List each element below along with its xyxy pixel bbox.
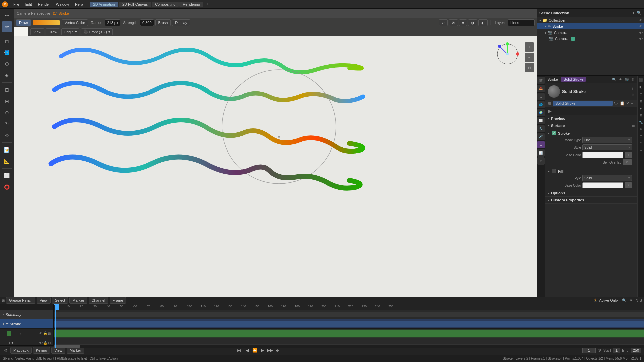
mat-play-btn[interactable]: ▶ (548, 108, 552, 114)
tl-select-btn[interactable]: Select (52, 297, 68, 304)
timeline-frames[interactable]: 1 10 20 30 40 50 60 70 80 90 100 110 120… (54, 304, 644, 348)
tl-grease-pencil-btn[interactable]: Grease Pencil (6, 297, 35, 304)
radius-value[interactable]: 213 px (105, 19, 120, 26)
mat-more-btn[interactable]: ⋯ (631, 101, 635, 106)
tool-annotate[interactable]: 📝 (2, 144, 12, 155)
viewport-gizmo[interactable] (496, 42, 519, 66)
solid-stroke-nav-btn[interactable]: Solid Stroke (561, 77, 586, 82)
layer-value[interactable]: Lines (508, 19, 535, 26)
props-tab-material[interactable]: ⬡ (537, 141, 545, 148)
menu-help[interactable]: Help (72, 2, 86, 7)
tool-draw[interactable]: ✏ (2, 21, 12, 32)
rpi-mod[interactable]: 🔧 (638, 119, 644, 125)
marker-btn-bottom[interactable]: Marker (67, 347, 84, 354)
tl-summary-btn[interactable]: S (640, 298, 642, 302)
draw-btn[interactable]: Draw (46, 28, 60, 35)
tl-search-btn[interactable]: 🔍 (622, 298, 627, 303)
fill-enabled-check[interactable] (552, 169, 556, 173)
menu-edit[interactable]: Edit (23, 2, 35, 7)
props-tab-world[interactable]: 🌍 (537, 109, 545, 116)
tab-rendering[interactable]: Rendering (179, 2, 203, 7)
tl-collapse-btn[interactable]: ⊞ (2, 299, 5, 302)
start-value[interactable]: 1 (613, 347, 620, 353)
mode-type-value[interactable]: Line ▾ (582, 137, 632, 143)
fill-style-value[interactable]: Solid ▾ (582, 175, 632, 181)
tab-compositing[interactable]: Compositing (152, 2, 179, 7)
zoom-in-btn[interactable]: + (525, 42, 534, 52)
props-tab-output[interactable]: 📤 (537, 85, 545, 92)
rpi-shader[interactable]: ⊕ (638, 126, 644, 132)
tool-move[interactable]: ⊕ (2, 107, 12, 118)
rpi-mat[interactable]: ⬡ (638, 133, 644, 139)
mat-settings-btn[interactable]: ⚙ (631, 78, 635, 81)
mat-copy-btn[interactable]: 📋 (620, 101, 625, 106)
fills-onion-btn[interactable]: ⊡ (48, 341, 51, 345)
go-start-btn[interactable]: ⏮ (236, 347, 243, 354)
stroke-eye[interactable]: 👁 (639, 25, 643, 28)
play-btn[interactable]: ▶ (259, 347, 266, 354)
canvas-viewport[interactable] (14, 36, 537, 297)
props-tab-data[interactable]: 📊 (537, 149, 545, 157)
tool-scale[interactable]: ⊗ (2, 130, 12, 141)
tl-channel-btn[interactable]: Channel (89, 297, 108, 304)
stroke-base-color-value[interactable] (582, 152, 623, 158)
menu-window[interactable]: Window (53, 2, 72, 7)
brush-btn[interactable]: Brush (155, 19, 171, 26)
active-only-icon[interactable]: 🏃 (593, 298, 598, 303)
add-material-btn[interactable]: + (631, 86, 635, 92)
stroke-style-value[interactable]: Solid ▾ (582, 144, 632, 150)
props-tab-render[interactable]: 🎬 (537, 77, 545, 84)
stroke-nav-btn[interactable]: Stroke (547, 77, 558, 81)
camera-eye[interactable]: 👁 (639, 37, 643, 41)
tab-2d-full-canvas[interactable]: 2D Full Canvas (119, 2, 151, 7)
timeline-scrollbar[interactable] (54, 344, 644, 348)
props-tab-object-data[interactable]: ✏ (537, 157, 545, 165)
tl-filter-btn[interactable]: ▼ (629, 298, 633, 302)
shading-solid[interactable]: ● (459, 19, 467, 26)
surface-section-header[interactable]: ▾ Surface ☰ ⊞ (545, 122, 637, 129)
tool-vertex-paint[interactable]: ◈ (2, 70, 12, 81)
lines-eye-btn[interactable]: 👁 (39, 331, 43, 335)
rpi-obj[interactable]: ⊞ (638, 112, 644, 118)
overlay-toggle[interactable]: ⊙ (439, 19, 448, 26)
display-btn[interactable]: Display (172, 19, 190, 26)
mat-delete-btn[interactable]: ✕ (626, 101, 629, 106)
props-tab-modifier[interactable]: 🔧 (537, 125, 545, 132)
go-end-btn[interactable]: ⏭ (274, 347, 281, 354)
keying-btn[interactable]: Keying (33, 347, 50, 354)
tl-marker-btn[interactable]: Marker (69, 297, 87, 304)
options-section-header[interactable]: ▸ Options (545, 190, 637, 197)
tl-normalise-btn[interactable]: N (636, 298, 638, 302)
rpi-vl[interactable]: ⊟ (638, 98, 644, 104)
rpi-output[interactable]: ⬡ (638, 91, 644, 97)
tool-fill[interactable]: 🪣 (2, 47, 12, 58)
tool-square[interactable]: ⬜ (2, 170, 12, 181)
tool-erase[interactable]: ◻ (2, 36, 12, 47)
lines-onion-btn[interactable]: ⊡ (48, 331, 51, 335)
next-frame-btn[interactable]: ▶▶ (267, 347, 273, 354)
view-axis-select[interactable]: 🎥 Front (X:Z) ▾ (81, 28, 113, 35)
fill-color-toggle[interactable]: + (625, 182, 632, 188)
mat-eye-btn[interactable]: 👁 (618, 78, 623, 81)
menu-render[interactable]: Render (35, 2, 53, 7)
tool-select[interactable]: ⊡ (2, 84, 12, 95)
props-tab-shader[interactable]: 🔗 (537, 133, 545, 140)
fill-base-color-value[interactable] (582, 182, 623, 188)
origin-select[interactable]: Origin ▾ (61, 28, 79, 35)
time-display-btn[interactable]: ⏱ (598, 348, 601, 352)
add-tab-button[interactable]: + (204, 1, 211, 7)
stroke-color-toggle[interactable]: + (625, 152, 632, 158)
current-frame-input[interactable]: 1 (582, 347, 596, 353)
tool-rotate[interactable]: ↻ (2, 119, 12, 129)
tool-transform[interactable]: ⊞ (2, 96, 12, 107)
canvas-area[interactable]: Camera Perspective (1) Stroke Draw Verte… (14, 9, 537, 297)
props-tab-view-layer[interactable]: 🗂 (537, 93, 545, 100)
outliner-item-collection[interactable]: ▾ 📁 Collection 👁 (537, 17, 644, 23)
end-value[interactable]: 250 (631, 347, 641, 353)
zoom-out-btn[interactable]: − (525, 53, 534, 62)
props-tab-scene[interactable]: 🌐 (537, 101, 545, 108)
remove-material-btn[interactable]: ✕ (631, 92, 635, 97)
tool-tint[interactable]: ⬡ (2, 59, 12, 69)
zoom-fit-btn[interactable]: ⊡ (525, 63, 534, 72)
tl-view-btn[interactable]: View (37, 297, 51, 304)
